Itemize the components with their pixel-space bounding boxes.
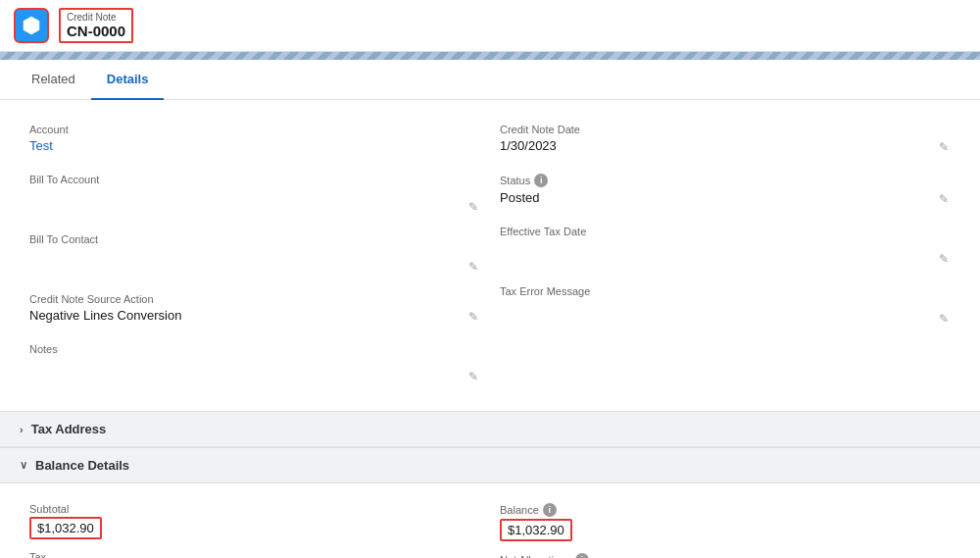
balance-details-section: Subtotal $1,032.90 Tax $0.00 Tot (0, 483, 980, 558)
balance-details-section-label: Balance Details (35, 458, 129, 473)
net-allocations-label: Net Allocations i (500, 553, 951, 558)
account-value[interactable]: Test (29, 138, 480, 156)
credit-note-source-action-label: Credit Note Source Action (29, 293, 480, 305)
bill-to-account-label: Bill To Account (29, 174, 480, 185)
tax-error-message-edit-icon[interactable]: ✎ (937, 310, 951, 328)
subtotal-value: $1,032.90 (29, 517, 102, 539)
bill-to-contact-field: Bill To Contact ✎ (20, 226, 490, 285)
balance-value-wrapper: $1,032.90 (500, 519, 951, 541)
credit-note-date-field: Credit Note Date 1/30/2023 ✎ (490, 116, 960, 166)
subtotal-label: Subtotal (29, 503, 480, 515)
bill-to-account-edit-icon[interactable]: ✎ (466, 198, 480, 216)
balance-left-col: Subtotal $1,032.90 Tax $0.00 Tot (20, 497, 490, 558)
decorative-stripe (0, 52, 980, 60)
tax-address-section-header[interactable]: › Tax Address (0, 411, 980, 447)
net-allocations-field: Net Allocations i 0.00 (490, 547, 960, 558)
effective-tax-date-value (500, 240, 937, 268)
bill-to-account-field: Bill To Account ✎ (20, 166, 490, 226)
credit-note-subtitle: Credit Note (67, 12, 125, 23)
bill-to-contact-label: Bill To Contact (29, 233, 480, 245)
balance-right-col: Balance i $1,032.90 Net Allocations i 0.… (490, 497, 960, 558)
notes-edit-icon[interactable]: ✎ (466, 368, 480, 385)
status-edit-icon[interactable]: ✎ (937, 190, 951, 208)
notes-value (29, 358, 466, 385)
net-allocations-info-icon[interactable]: i (575, 553, 589, 558)
tax-error-message-label: Tax Error Message (500, 285, 951, 297)
page-header: Credit Note CN-0000 (0, 0, 980, 52)
credit-note-date-edit-icon[interactable]: ✎ (937, 138, 951, 156)
bill-to-contact-edit-icon[interactable]: ✎ (466, 258, 480, 276)
effective-tax-date-field: Effective Tax Date ✎ (490, 218, 960, 278)
tax-field: Tax $0.00 (20, 545, 490, 558)
tax-error-message-field: Tax Error Message ✎ (490, 278, 960, 337)
credit-note-date-value: 1/30/2023 (500, 138, 557, 156)
credit-note-source-action-edit-icon[interactable]: ✎ (466, 308, 480, 326)
effective-tax-date-edit-icon[interactable]: ✎ (937, 250, 951, 268)
credit-note-date-label: Credit Note Date (500, 124, 951, 135)
tax-error-message-value (500, 300, 937, 328)
balance-info-icon[interactable]: i (543, 503, 557, 517)
bill-to-contact-value (29, 248, 466, 276)
status-field: Status i Posted ✎ (490, 166, 960, 218)
balance-value: $1,032.90 (500, 519, 572, 541)
balance-field: Balance i $1,032.90 (490, 497, 960, 547)
tax-address-section-label: Tax Address (31, 422, 107, 436)
bill-to-account-value (29, 188, 466, 216)
form-right-col: Credit Note Date 1/30/2023 ✎ Status i Po… (490, 116, 960, 395)
balance-label: Balance i (500, 503, 951, 517)
notes-label: Notes (29, 343, 480, 355)
main-content: Account Test Bill To Account ✎ (0, 100, 980, 558)
tab-details[interactable]: Details (91, 60, 165, 100)
tax-label: Tax (29, 551, 480, 558)
tab-related[interactable]: Related (16, 60, 91, 100)
tab-bar: Related Details (0, 60, 980, 100)
form-left-col: Account Test Bill To Account ✎ (20, 116, 490, 395)
tax-address-chevron-right-icon: › (20, 424, 24, 435)
account-label: Account (29, 124, 480, 135)
effective-tax-date-label: Effective Tax Date (500, 226, 951, 237)
form-section: Account Test Bill To Account ✎ (0, 100, 980, 411)
status-label: Status i (500, 174, 951, 187)
balance-details-chevron-down-icon: ∨ (20, 459, 27, 472)
credit-note-source-action-field: Credit Note Source Action Negative Lines… (20, 285, 490, 335)
form-grid: Account Test Bill To Account ✎ (20, 116, 960, 395)
subtotal-field: Subtotal $1,032.90 (20, 497, 490, 545)
status-value: Posted (500, 190, 539, 208)
credit-note-icon (14, 8, 49, 43)
balance-details-section-header[interactable]: ∨ Balance Details (0, 447, 980, 483)
status-info-icon[interactable]: i (534, 174, 548, 187)
credit-note-source-action-value: Negative Lines Conversion (29, 308, 181, 326)
credit-note-title-block: Credit Note CN-0000 (59, 8, 133, 43)
credit-note-id: CN-0000 (67, 23, 125, 39)
notes-field: Notes ✎ (20, 335, 490, 395)
balance-grid: Subtotal $1,032.90 Tax $0.00 Tot (20, 497, 960, 558)
subtotal-value-wrapper: $1,032.90 (29, 517, 480, 539)
cube-icon (21, 15, 42, 36)
account-field: Account Test (20, 116, 490, 166)
